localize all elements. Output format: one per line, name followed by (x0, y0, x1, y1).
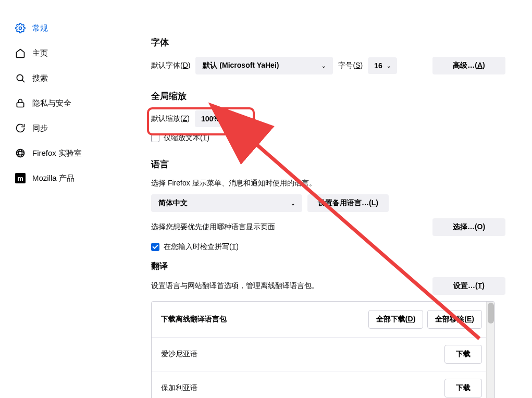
zoom-text-only-label: 仅缩放文本(T) (164, 133, 209, 143)
translation-settings-button[interactable]: 设置…(T) (432, 277, 505, 295)
fonts-heading: 字体 (151, 36, 505, 48)
search-icon (15, 72, 26, 84)
svg-rect-3 (17, 103, 23, 107)
download-all-button[interactable]: 全部下载(D) (368, 310, 423, 329)
chevron-down-icon: ⌄ (224, 116, 228, 122)
zoom-heading: 全局缩放 (151, 90, 505, 102)
settings-content: 字体 默认字体(D) 默认 (Microsoft YaHei) ⌄ 字号(S) … (151, 36, 505, 398)
spellcheck-label: 在您输入时检查拼写(T) (164, 242, 239, 252)
sidebar-item-home[interactable]: 主页 (15, 41, 130, 66)
sidebar-item-mozilla[interactable]: m Mozilla 产品 (15, 166, 130, 191)
gear-icon (15, 22, 26, 34)
remove-all-button[interactable]: 全部移除(E) (427, 310, 482, 329)
advanced-fonts-button[interactable]: 高级…(A) (432, 57, 505, 74)
ui-language-row: 简体中文 ⌄ 设置备用语言…(L) (151, 194, 505, 212)
translation-language-row: 爱沙尼亚语 下载 (152, 337, 494, 371)
lock-icon (15, 97, 26, 109)
sidebar-item-label: Mozilla 产品 (32, 173, 75, 183)
default-zoom-row: 默认缩放(Z) 100% ⌄ (151, 110, 505, 127)
sidebar-item-label: 同步 (32, 123, 48, 133)
font-size-label: 字号(S) (338, 61, 363, 70)
default-font-row: 默认字体(D) 默认 (Microsoft YaHei) ⌄ 字号(S) 16 … (151, 57, 505, 74)
translation-desc: 设置语言与网站翻译首选项，管理离线翻译语言包。 (151, 281, 319, 291)
translation-download-title: 下载离线翻译语言包 (161, 315, 364, 324)
translation-heading: 翻译 (151, 261, 505, 272)
language-desc: 选择 Firefox 显示菜单、消息和通知时使用的语言。 (151, 179, 505, 188)
chevron-down-icon: ⌄ (387, 63, 391, 69)
svg-point-4 (17, 150, 24, 157)
flask-icon (15, 147, 26, 159)
download-language-button[interactable]: 下载 (444, 345, 482, 364)
svg-point-6 (17, 152, 24, 155)
sidebar-item-labs[interactable]: Firefox 实验室 (15, 141, 130, 166)
zoom-text-only-row: 仅缩放文本(T) (151, 133, 505, 143)
translation-language-name: 爱沙尼亚语 (161, 350, 444, 359)
sidebar-item-label: 主页 (32, 48, 48, 58)
translation-language-name: 保加利亚语 (161, 383, 444, 393)
page-language-desc: 选择您想要优先使用哪种语言显示页面 (151, 222, 275, 232)
sidebar-item-sync[interactable]: 同步 (15, 116, 130, 141)
default-zoom-label: 默认缩放(Z) (151, 114, 190, 123)
default-font-label: 默认字体(D) (151, 61, 190, 70)
default-font-select[interactable]: 默认 (Microsoft YaHei) ⌄ (195, 57, 333, 74)
translation-download-header: 下载离线翻译语言包 全部下载(D) 全部移除(E) (152, 302, 494, 337)
sidebar-item-label: 隐私与安全 (32, 98, 71, 108)
font-size-select[interactable]: 16 ⌄ (368, 57, 397, 74)
translation-language-row: 保加利亚语 下载 (152, 371, 494, 398)
home-icon (15, 47, 26, 59)
alternative-language-button[interactable]: 设置备用语言…(L) (307, 194, 389, 212)
translation-desc anatomy-row: 设置语言与网站翻译首选项，管理离线翻译语言包。 设置…(T) (151, 277, 505, 295)
sidebar-item-general[interactable]: 常规 (15, 16, 130, 41)
default-zoom-select[interactable]: 100% ⌄ (195, 110, 234, 127)
download-language-button[interactable]: 下载 (444, 379, 482, 397)
translation-download-box: 下载离线翻译语言包 全部下载(D) 全部移除(E) 爱沙尼亚语 下载 保加利亚语… (151, 301, 495, 398)
scrollbar[interactable] (486, 302, 494, 398)
sidebar-item-label: Firefox 实验室 (32, 148, 82, 158)
svg-point-5 (19, 150, 22, 157)
page-language-row: 选择您想要优先使用哪种语言显示页面 选择…(O) (151, 218, 505, 236)
zoom-text-only-checkbox[interactable] (151, 134, 159, 142)
ui-language-select[interactable]: 简体中文 ⌄ (151, 194, 302, 212)
sync-icon (15, 122, 26, 134)
spellcheck-checkbox[interactable] (151, 243, 159, 251)
mozilla-icon: m (15, 172, 26, 184)
language-heading: 语言 (151, 158, 505, 170)
settings-sidebar: 常规 主页 搜索 隐私与安全 同步 Firefox 实验室 m Mozilla (0, 0, 130, 191)
sidebar-item-label: 搜索 (32, 73, 48, 83)
chevron-down-icon: ⌄ (321, 63, 326, 69)
chevron-down-icon: ⌄ (291, 201, 295, 206)
sidebar-item-label: 常规 (32, 23, 48, 33)
svg-line-2 (22, 80, 24, 82)
sidebar-item-privacy[interactable]: 隐私与安全 (15, 91, 130, 116)
svg-point-0 (19, 27, 22, 30)
sidebar-item-search[interactable]: 搜索 (15, 66, 130, 91)
scrollbar-thumb[interactable] (488, 303, 494, 324)
choose-language-button[interactable]: 选择…(O) (432, 218, 505, 236)
spellcheck-row: 在您输入时检查拼写(T) (151, 242, 505, 252)
